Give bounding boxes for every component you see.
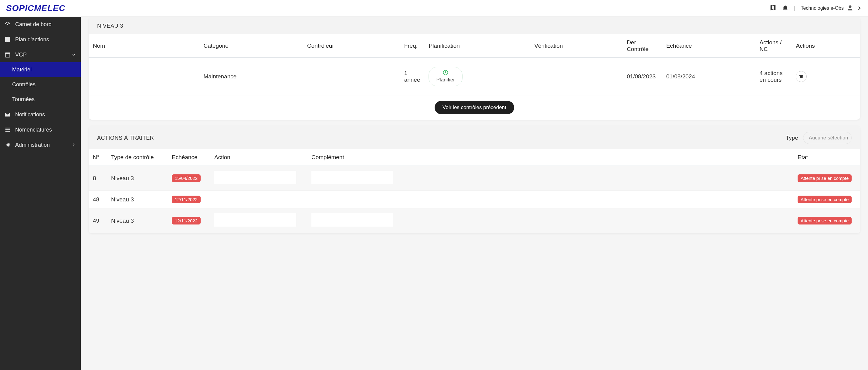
col-verification: Vérification [530, 34, 623, 58]
sidebar-item-tournees[interactable]: Tournées [0, 92, 81, 107]
cell-type: Niveau 3 [107, 191, 167, 208]
col-etat: Etat [793, 149, 860, 166]
user-icon [847, 5, 854, 11]
col-freq: Fréq. [400, 34, 425, 58]
table-actions: N° Type de contrôle Echéance Action Comp… [89, 149, 860, 233]
cell-n: 48 [89, 191, 107, 208]
col-echeance: Echéance [662, 34, 755, 58]
user-menu[interactable]: Technologies e-Obs [801, 5, 862, 11]
user-name: Technologies e-Obs [801, 5, 844, 11]
cell-der-controle: 01/08/2023 [622, 58, 662, 95]
top-header: SOPICMELEC | Technologies e-Obs [0, 0, 868, 17]
dropdown-placeholder: Aucune sélection [809, 135, 848, 141]
cell-n: 49 [89, 208, 107, 233]
cell-n: 8 [89, 166, 107, 191]
echeance-badge: 12/11/2022 [172, 196, 200, 203]
cell-echeance: 12/11/2022 [167, 191, 210, 208]
col-controleur: Contrôleur [303, 34, 400, 58]
sidebar-item-vgp[interactable]: VGP [0, 47, 81, 62]
dashboard-icon [4, 21, 11, 28]
col-echeance2: Echéance [167, 149, 210, 166]
bell-icon[interactable] [782, 4, 788, 12]
cell-etat: Attente prise en compte [793, 208, 860, 233]
clock-icon [442, 69, 448, 76]
voir-controles-button[interactable]: Voir les contrôles précédent [435, 101, 514, 114]
map-icon[interactable] [770, 4, 776, 12]
col-actions-nc: Actions / NC [755, 34, 792, 58]
table-row[interactable]: 48Niveau 312/11/2022Attente prise en com… [89, 191, 860, 208]
sidebar-label: Administration [15, 142, 50, 148]
chevron-right-icon [857, 5, 862, 11]
col-nom: Nom [89, 34, 199, 58]
cell-complement [307, 208, 793, 233]
card-header-niveau3: NIVEAU 3 [89, 17, 860, 34]
sidebar-label: Nomenclatures [15, 127, 52, 133]
nom-image [93, 63, 129, 89]
cell-type: Niveau 3 [107, 208, 167, 233]
sidebar-label: Matériel [12, 66, 32, 73]
type-dropdown[interactable]: Aucune sélection [803, 132, 851, 144]
sidebar-item-notifications[interactable]: Notifications [0, 107, 81, 122]
cell-etat: Attente prise en compte [793, 191, 860, 208]
action-empty [214, 171, 296, 184]
col-der-controle: Der. Contrôle [622, 34, 662, 58]
sidebar-item-controles[interactable]: Contrôles [0, 77, 81, 92]
col-n: N° [89, 149, 107, 166]
cell-action [210, 208, 307, 233]
sidebar-item-administration[interactable]: Administration [0, 137, 81, 152]
cell-type: Niveau 3 [107, 166, 167, 191]
col-complement: Complément [307, 149, 793, 166]
planifier-button[interactable]: Planifier [429, 67, 462, 86]
sidebar-label: Plan d'actions [15, 36, 49, 43]
filter-label: Type [786, 135, 798, 141]
sidebar-label: Contrôles [12, 81, 35, 88]
cell-action [210, 166, 307, 191]
table-row[interactable]: 49Niveau 312/11/2022Attente prise en com… [89, 208, 860, 233]
card-actions: ACTIONS À TRAITER Type Aucune sélection … [89, 126, 860, 233]
separator: | [794, 5, 796, 11]
cell-freq: 1 année [400, 58, 425, 95]
chevron-down-icon [71, 52, 76, 57]
planifier-label: Planifier [436, 77, 455, 83]
cell-actions-nc: 4 actions en cours [755, 58, 792, 95]
col-categorie: Catégorie [199, 34, 303, 58]
action-empty [214, 213, 296, 227]
cell-echeance: 01/08/2024 [662, 58, 755, 95]
sidebar-item-plan[interactable]: Plan d'actions [0, 32, 81, 47]
etat-badge: Attente prise en compte [798, 196, 851, 203]
sidebar-item-carnet[interactable]: Carnet de bord [0, 17, 81, 32]
card-title: ACTIONS À TRAITER [97, 135, 154, 141]
table-row[interactable]: 8Niveau 315/04/2022Attente prise en comp… [89, 166, 860, 191]
cell-action [210, 191, 307, 208]
main-content: NIVEAU 3 Nom Catégorie Contrôleur Fréq. … [81, 17, 868, 370]
col-actions: Actions [792, 34, 860, 58]
sidebar-item-nomenclatures[interactable]: Nomenclatures [0, 122, 81, 137]
mail-icon [4, 111, 11, 118]
col-action: Action [210, 149, 307, 166]
sidebar: Carnet de bord Plan d'actions VGP Matéri… [0, 17, 81, 370]
cell-echeance: 12/11/2022 [167, 208, 210, 233]
complement-empty [311, 171, 393, 184]
etat-badge: Attente prise en compte [798, 174, 851, 182]
sidebar-label: Tournées [12, 96, 35, 103]
chevron-right-icon [71, 142, 76, 148]
logo: SOPICMELEC [6, 3, 65, 13]
cell-controleur-empty [307, 68, 338, 83]
cell-complement [307, 191, 793, 208]
header-right: | Technologies e-Obs [770, 4, 862, 12]
table-row: Maintenance 1 année Planifier 01/08/2023… [89, 58, 860, 95]
sidebar-label: Notifications [15, 112, 45, 118]
sidebar-label: Carnet de bord [15, 21, 52, 28]
list-icon [4, 126, 11, 133]
complement-empty [311, 213, 393, 227]
archive-button[interactable] [796, 71, 807, 82]
cell-etat: Attente prise en compte [793, 166, 860, 191]
cell-echeance: 15/04/2022 [167, 166, 210, 191]
table-niveau3: Nom Catégorie Contrôleur Fréq. Planifica… [89, 34, 860, 95]
card-niveau3: NIVEAU 3 Nom Catégorie Contrôleur Fréq. … [89, 17, 860, 120]
calendar-icon [4, 51, 11, 58]
cell-categorie: Maintenance [199, 58, 303, 95]
col-type: Type de contrôle [107, 149, 167, 166]
sidebar-item-materiel[interactable]: Matériel [0, 62, 81, 77]
card-title: NIVEAU 3 [97, 23, 123, 29]
